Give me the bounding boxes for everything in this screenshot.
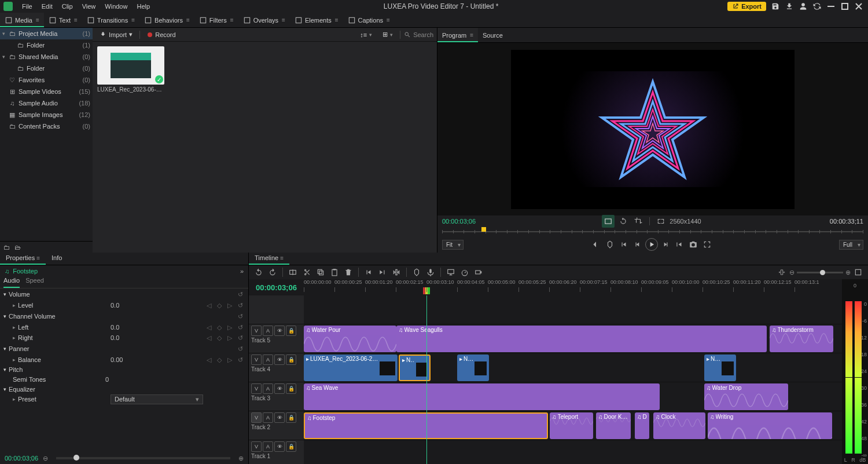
tree-item-sample-videos[interactable]: ⊞Sample Videos(15) bbox=[0, 86, 93, 97]
media-thumb[interactable]: ✓ LUXEA_Rec_2023-06-26_07-26-4... bbox=[97, 46, 164, 93]
section-panner[interactable]: ▾Panner↺ bbox=[0, 343, 248, 355]
tree-item-favorites[interactable]: ♡Favorites(0) bbox=[0, 74, 93, 86]
prop-value[interactable]: 0.0 bbox=[111, 302, 134, 309]
new-folder-icon[interactable]: 🗁 bbox=[14, 244, 21, 251]
tab-program[interactable]: Program≡ bbox=[437, 28, 478, 42]
maximize-icon[interactable] bbox=[839, 1, 851, 12]
clip-door-knock[interactable]: ♫Door Knock bbox=[596, 412, 631, 439]
add-kf-icon[interactable]: ◇ bbox=[215, 323, 224, 332]
clip-thunderstorm[interactable]: ♫Thunderstorm bbox=[770, 326, 833, 352]
camera-button[interactable] bbox=[472, 266, 485, 279]
prop-value[interactable]: 0.00 bbox=[111, 356, 134, 363]
account-icon[interactable] bbox=[797, 1, 809, 12]
reset-icon[interactable]: ↺ bbox=[236, 344, 245, 353]
fullscreen-button[interactable] bbox=[701, 238, 713, 251]
go-start-button[interactable] bbox=[362, 266, 375, 279]
reset-icon[interactable]: ↺ bbox=[236, 333, 245, 342]
save-icon[interactable] bbox=[770, 1, 781, 12]
menu-clip[interactable]: Clip bbox=[57, 2, 78, 11]
add-kf-icon[interactable]: ◇ bbox=[215, 301, 224, 310]
track-audio-toggle[interactable]: A bbox=[263, 412, 273, 423]
speed-button[interactable] bbox=[458, 266, 471, 279]
sync-icon[interactable] bbox=[811, 1, 823, 12]
clip-d-[interactable]: ♫D... bbox=[635, 412, 649, 439]
section-channel-volume[interactable]: ▾Channel Volume↺ bbox=[0, 310, 248, 322]
tab-behaviors[interactable]: Behaviors≡ bbox=[139, 13, 194, 27]
reset-icon[interactable]: ↺ bbox=[236, 355, 245, 364]
paste-button[interactable] bbox=[328, 266, 341, 279]
tab-text[interactable]: Text≡ bbox=[44, 13, 82, 27]
clip-neon-3[interactable]: ▸Neon 3 bbox=[704, 355, 736, 381]
track-lock-toggle[interactable]: 🔒 bbox=[286, 412, 296, 423]
clip-writing[interactable]: ♫Writing bbox=[708, 412, 832, 439]
track-lane[interactable] bbox=[304, 440, 842, 464]
search-box[interactable]: Search bbox=[404, 31, 433, 38]
tree-item-sample-audio[interactable]: ♫Sample Audio(18) bbox=[0, 97, 93, 109]
prev-kf-icon[interactable]: ◁ bbox=[204, 323, 214, 332]
delete-button[interactable] bbox=[342, 266, 355, 279]
frame-fwd-button[interactable] bbox=[659, 238, 672, 251]
clip-clock[interactable]: ♫Clock bbox=[653, 412, 705, 439]
tree-item-project-media[interactable]: ▾🗀Project Media(1) bbox=[0, 28, 93, 39]
safe-margins-button[interactable] bbox=[602, 215, 615, 228]
sort-button[interactable]: ↕≡▾ bbox=[356, 30, 376, 39]
tree-item-shared-media[interactable]: ▾🗀Shared Media(0) bbox=[0, 51, 93, 63]
reset-icon[interactable]: ↺ bbox=[236, 301, 245, 310]
fit-timeline-button[interactable] bbox=[775, 266, 788, 279]
zoom-out-icon[interactable]: ⊖ bbox=[789, 269, 795, 276]
track-video-toggle[interactable]: V bbox=[251, 326, 262, 336]
monitor-area[interactable] bbox=[437, 43, 868, 215]
go-start-button[interactable] bbox=[617, 238, 630, 251]
export-button[interactable]: Export bbox=[727, 2, 766, 11]
tree-item-folder[interactable]: 🗀Folder(0) bbox=[0, 63, 93, 74]
undo-button[interactable] bbox=[252, 266, 265, 279]
timeline-ruler[interactable]: 00:00:00:0000:00:00:2500:00:01:2000:00:0… bbox=[304, 279, 842, 295]
track-video-toggle[interactable]: V bbox=[251, 441, 262, 452]
section-equalizer[interactable]: ▾Equalizer bbox=[0, 385, 248, 394]
prev-kf-icon[interactable]: ◁ bbox=[204, 301, 214, 310]
add-kf-icon[interactable]: ◇ bbox=[215, 355, 224, 364]
split-button[interactable] bbox=[286, 266, 299, 279]
track-lock-toggle[interactable]: 🔒 bbox=[286, 326, 296, 336]
mark-in-button[interactable] bbox=[590, 238, 602, 251]
tree-item-sample-images[interactable]: ▦Sample Images(12) bbox=[0, 109, 93, 120]
collapse-button[interactable]: » bbox=[240, 268, 244, 275]
reset-icon[interactable]: ↺ bbox=[236, 312, 245, 321]
marker-button[interactable] bbox=[410, 266, 423, 279]
go-end-button[interactable] bbox=[673, 238, 686, 251]
next-kf-icon[interactable]: ▷ bbox=[225, 355, 234, 364]
tab-source[interactable]: Source bbox=[478, 28, 507, 42]
tab-elements[interactable]: Elements≡ bbox=[290, 13, 343, 27]
go-end-button[interactable] bbox=[376, 266, 389, 279]
clip-neon-1[interactable]: ▸Neon 1 bbox=[457, 355, 489, 381]
zoom-in-icon[interactable]: ⊕ bbox=[845, 269, 851, 276]
clip-luxea-rec-2023-06-26-07-26-41-m-[interactable]: ▸LUXEA_Rec_2023-06-26_07-26-41.m... bbox=[304, 355, 398, 381]
playhead-marker[interactable] bbox=[481, 227, 486, 232]
track-audio-toggle[interactable]: A bbox=[263, 355, 273, 365]
track-lock-toggle[interactable]: 🔒 bbox=[286, 383, 296, 394]
tab-captions[interactable]: Captions≡ bbox=[343, 13, 395, 27]
section-volume[interactable]: ▾Volume↺ bbox=[0, 288, 248, 300]
track-video-toggle[interactable]: V bbox=[251, 383, 262, 394]
zoom-slider[interactable] bbox=[56, 457, 230, 459]
track-visibility-toggle[interactable]: 👁 bbox=[274, 412, 285, 423]
prop-value[interactable]: 0 bbox=[105, 376, 128, 383]
reset-icon[interactable]: ↺ bbox=[236, 290, 245, 299]
zoom-in-icon[interactable]: ⊕ bbox=[238, 455, 244, 462]
menu-help[interactable]: Help bbox=[132, 2, 155, 11]
track-audio-toggle[interactable]: A bbox=[263, 326, 273, 336]
menu-window[interactable]: Window bbox=[100, 2, 132, 11]
monitor-scrubbar[interactable] bbox=[442, 227, 863, 236]
track-video-toggle[interactable]: V bbox=[251, 412, 262, 423]
fit-dropdown[interactable]: Fit bbox=[442, 240, 464, 250]
tab-properties[interactable]: Properties ≡ bbox=[0, 253, 46, 265]
clip-neon-1[interactable]: ▸Neon 1 bbox=[399, 355, 431, 381]
tab-media[interactable]: Media≡ bbox=[0, 13, 44, 27]
next-kf-icon[interactable]: ▷ bbox=[225, 333, 234, 342]
section-pitch[interactable]: ▾Pitch bbox=[0, 365, 248, 374]
voiceover-button[interactable] bbox=[424, 266, 437, 279]
new-bin-icon[interactable]: 🗀 bbox=[3, 244, 10, 251]
tree-item-content-packs[interactable]: 🗀Content Packs(0) bbox=[0, 120, 93, 132]
track-lock-toggle[interactable]: 🔒 bbox=[286, 441, 296, 452]
download-icon[interactable] bbox=[784, 1, 795, 12]
